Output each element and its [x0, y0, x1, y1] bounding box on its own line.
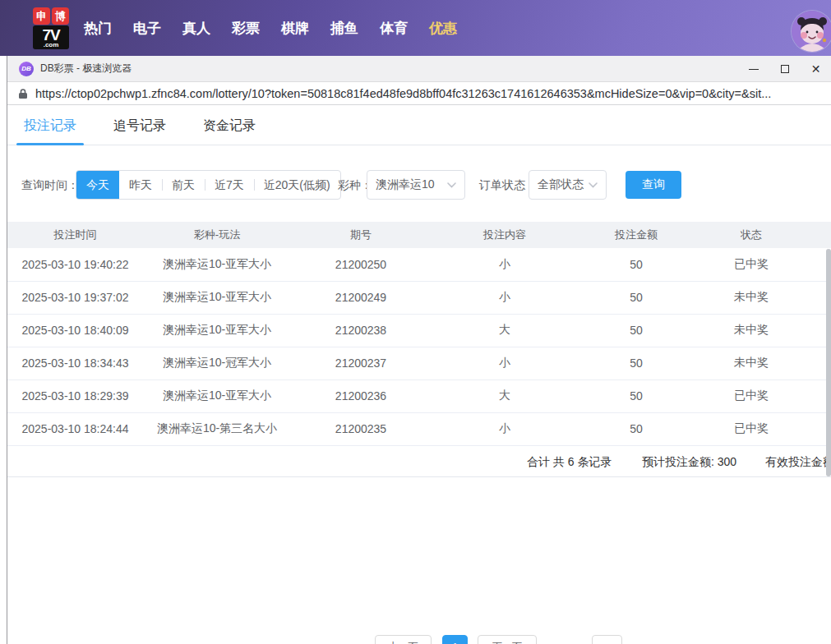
cell-game: 澳洲幸运10-亚军大小 — [143, 248, 291, 281]
nav-item-7[interactable]: 体育 — [380, 19, 408, 38]
pagination: 上一页 1 下一页 — [7, 635, 831, 644]
cell-time: 2025-03-10 18:29:39 — [7, 380, 143, 412]
time-option-5[interactable]: 近20天(低频) — [254, 171, 340, 199]
lottery-type-value: 澳洲幸运10 — [376, 177, 435, 192]
cell-time: 2025-03-10 18:34:43 — [7, 347, 143, 380]
nav-item-4[interactable]: 彩票 — [232, 19, 260, 38]
cell-status: 未中奖 — [694, 314, 809, 347]
chevron-down-icon — [589, 182, 598, 188]
cell-issue: 21200236 — [291, 380, 431, 412]
user-avatar[interactable] — [792, 11, 831, 52]
tab-3[interactable]: 资金记录 — [203, 105, 256, 145]
cell-time: 2025-03-10 19:37:02 — [7, 281, 143, 314]
nav-item-3[interactable]: 真人 — [182, 19, 210, 38]
search-button[interactable]: 查询 — [626, 171, 681, 199]
column-header-3: 期号 — [291, 222, 431, 248]
cell-content: 小 — [431, 281, 579, 314]
tab-2[interactable]: 追号记录 — [113, 105, 166, 145]
logo-badge-2: 博 — [52, 7, 69, 25]
cell-issue: 21200238 — [291, 314, 431, 347]
cell-time: 2025-03-10 18:40:09 — [7, 314, 143, 347]
pagination-next-button[interactable]: 下一页 — [478, 635, 537, 644]
logo-badges: 申 博 — [33, 7, 69, 25]
filter-row: 查询时间： 今天昨天前天近7天近20天(低频) 彩种： 澳洲幸运10 订单状态：… — [7, 170, 831, 200]
maximize-button[interactable] — [778, 62, 792, 76]
order-status-value: 全部状态 — [538, 177, 584, 192]
cell-status: 已中奖 — [694, 248, 809, 281]
cell-time: 2025-03-10 18:24:44 — [7, 412, 143, 445]
table-header-row: 投注时间彩种-玩法期号投注内容投注金额状态 — [7, 222, 831, 248]
column-header-filler — [809, 222, 831, 248]
time-option-4[interactable]: 近7天 — [205, 171, 254, 199]
table-row: 2025-03-10 18:29:39澳洲幸运10-亚军大小21200236大5… — [7, 380, 831, 412]
cell-amount: 50 — [579, 248, 694, 281]
nav-item-6[interactable]: 捕鱼 — [330, 19, 358, 38]
cell-amount: 50 — [579, 412, 694, 445]
query-time-label: 查询时间： — [21, 170, 79, 200]
nav-item-5[interactable]: 棋牌 — [281, 19, 309, 38]
scrollbar-thumb[interactable] — [826, 249, 831, 476]
column-header-4: 投注内容 — [431, 222, 579, 248]
cell-game: 澳洲幸运10-亚军大小 — [143, 314, 291, 347]
cell-content: 小 — [431, 248, 579, 281]
cell-game: 澳洲幸运10-冠军大小 — [143, 347, 291, 380]
browser-window: DB DB彩票 - 极速浏览器 ✕ https://ctop02pchwp1.z… — [7, 56, 831, 644]
cell-amount: 50 — [579, 281, 694, 314]
tab-1[interactable]: 投注记录 — [24, 105, 76, 145]
cell-amount: 50 — [579, 314, 694, 347]
record-tabs: 投注记录追号记录资金记录 — [7, 105, 831, 145]
cell-status: 未中奖 — [694, 281, 809, 314]
table-row: 2025-03-10 19:40:22澳洲幸运10-亚军大小21200250小5… — [7, 248, 831, 281]
lottery-records-page: 投注记录追号记录资金记录 查询时间： 今天昨天前天近7天近20天(低频) 彩种：… — [7, 105, 831, 644]
close-button[interactable]: ✕ — [809, 62, 823, 76]
cell-status: 已中奖 — [694, 412, 809, 445]
site-logo[interactable]: 申 博 7V .com — [33, 7, 69, 49]
summary-valid-amount: 有效投注金额 — [765, 446, 831, 477]
cell-issue: 21200237 — [291, 347, 431, 380]
nav-item-2[interactable]: 电子 — [133, 19, 161, 38]
site-header: 申 博 7V .com 热门电子真人彩票棋牌捕鱼体育优惠 — [0, 0, 831, 56]
cell-game: 澳洲幸运10-第三名大小 — [143, 412, 291, 445]
time-option-1[interactable]: 今天 — [76, 171, 119, 199]
summary-total: 合计 共 6 条记录 — [527, 446, 612, 477]
cell-issue: 21200249 — [291, 281, 431, 314]
cell-amount: 50 — [579, 347, 694, 380]
url-text: https://ctop02pchwp1.zfnc84.com/lottery/… — [35, 87, 771, 100]
order-status-select[interactable]: 全部状态 — [529, 170, 607, 200]
logo-suffix-text: .com — [33, 42, 69, 48]
time-range-group: 今天昨天前天近7天近20天(低频) — [76, 170, 341, 200]
cell-issue: 21200250 — [291, 248, 431, 281]
main-nav: 热门电子真人彩票棋牌捕鱼体育优惠 — [84, 0, 457, 56]
screen: 申 博 7V .com 热门电子真人彩票棋牌捕鱼体育优惠 — [0, 0, 831, 644]
window-title: DB彩票 - 极速浏览器 — [40, 62, 132, 76]
minimize-icon — [749, 69, 759, 70]
cell-content: 大 — [431, 380, 579, 412]
cell-game: 澳洲幸运10-亚军大小 — [143, 380, 291, 412]
cell-content: 小 — [431, 347, 579, 380]
cell-issue: 21200235 — [291, 412, 431, 445]
logo-mark: 7V .com — [33, 25, 69, 49]
cell-time: 2025-03-10 19:40:22 — [7, 248, 143, 281]
column-header-5: 投注金额 — [579, 222, 694, 248]
logo-badge-1: 申 — [33, 7, 50, 25]
window-controls: ✕ — [746, 56, 823, 82]
cell-amount: 50 — [579, 380, 694, 412]
time-option-3[interactable]: 前天 — [162, 171, 205, 199]
cell-game: 澳洲幸运10-亚军大小 — [143, 281, 291, 314]
pagination-current-page[interactable]: 1 — [442, 635, 468, 644]
pagination-prev-button[interactable]: 上一页 — [375, 635, 432, 644]
lottery-type-select[interactable]: 澳洲幸运10 — [367, 170, 465, 200]
time-option-2[interactable]: 昨天 — [119, 171, 162, 199]
chevron-down-icon — [447, 182, 456, 188]
pagination-extra-button[interactable] — [592, 635, 622, 644]
bet-records-table: 投注时间彩种-玩法期号投注内容投注金额状态 2025-03-10 19:40:2… — [7, 222, 831, 446]
nav-item-8[interactable]: 优惠 — [429, 19, 457, 38]
avatar-illustration — [792, 11, 831, 52]
nav-item-1[interactable]: 热门 — [84, 19, 112, 38]
cell-status: 未中奖 — [694, 347, 809, 380]
lock-icon — [18, 88, 28, 99]
minimize-button[interactable] — [746, 62, 760, 76]
url-bar[interactable]: https://ctop02pchwp1.zfnc84.com/lottery/… — [7, 82, 831, 105]
cell-content: 大 — [431, 314, 579, 347]
summary-row: 合计 共 6 条记录 预计投注金额: 300 有效投注金额 — [7, 446, 831, 477]
